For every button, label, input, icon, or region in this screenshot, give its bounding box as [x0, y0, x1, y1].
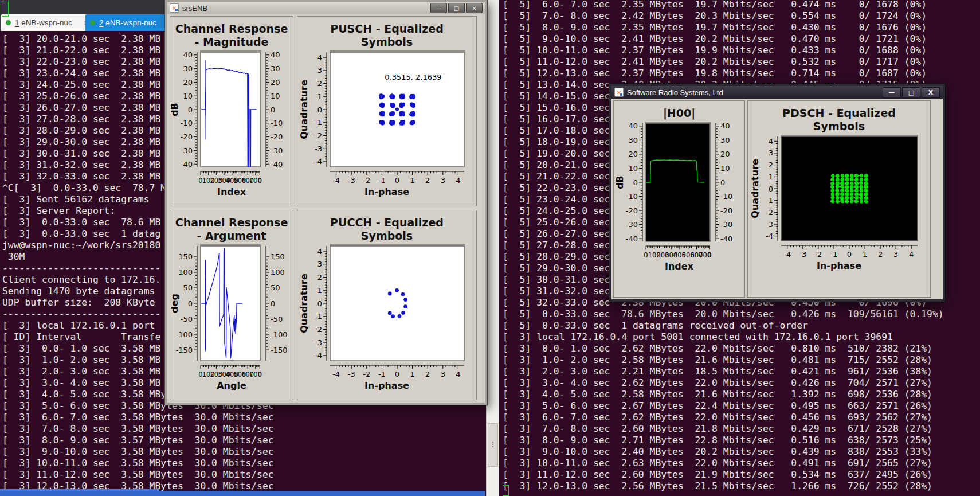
svg-text:4: 4: [456, 370, 460, 378]
svg-text:-10: -10: [720, 192, 732, 201]
svg-text:0.3515, 2.1639: 0.3515, 2.1639: [385, 72, 441, 81]
srs-logo-icon: ✕: [170, 3, 179, 13]
plot-title: Channel Response - Magnitude: [175, 22, 288, 49]
svg-text:10: 10: [720, 164, 730, 173]
left-terminal-scrollbar[interactable]: •••: [486, 0, 499, 496]
tab-activity-dot-icon: [6, 20, 11, 25]
svg-text:Quadrature: Quadrature: [300, 80, 309, 139]
desktop: 1 eNB-wspn-nuc × 2 eNB-wspn-nuc × [ 3] 2…: [0, 0, 980, 496]
svg-text:-2: -2: [766, 208, 773, 216]
pucch-equalized-symbols-plot: 43210-1-2-3-4-4-3-2-101234Quadrature: [300, 244, 473, 382]
svg-text:-30: -30: [271, 146, 283, 155]
scrollbar-grip-icon: •••: [488, 441, 497, 448]
svg-text:1: 1: [317, 286, 322, 294]
svg-text:-20: -20: [271, 132, 283, 141]
window-controls: — □ X: [883, 87, 940, 98]
svg-text:-1: -1: [766, 196, 773, 205]
svg-text:0: 0: [847, 250, 852, 259]
svg-text:-4: -4: [315, 351, 322, 360]
svg-text:-20: -20: [626, 206, 638, 214]
svg-text:-4: -4: [315, 157, 322, 166]
panel-channel-response-magnitude: Channel Response - Magnitude 403020100-1…: [170, 16, 293, 206]
svg-text:-4: -4: [332, 176, 340, 185]
svg-text:0: 0: [258, 177, 262, 185]
plot-title: Channel Response - Argument: [175, 216, 288, 243]
svg-text:-100: -100: [175, 330, 193, 338]
plot-title: PDSCH - Equalized Symbols: [782, 107, 896, 133]
plot-xlabel: In-phase: [364, 380, 409, 391]
minimize-button[interactable]: —: [430, 3, 447, 13]
svg-text:1: 1: [410, 176, 414, 185]
plot-xlabel: In-phase: [817, 260, 861, 271]
pusch-equalized-symbols-plot: 43210-1-2-3-4-4-3-2-1012340.3515, 2.1639…: [300, 50, 473, 189]
plot-title: PUSCH - Equalized Symbols: [330, 22, 444, 49]
close-button[interactable]: ×: [466, 3, 483, 13]
terminal-cursor: [503, 485, 509, 496]
minimize-button[interactable]: —: [883, 87, 901, 98]
svg-text:-3: -3: [348, 370, 355, 378]
svg-text:-1: -1: [830, 250, 837, 259]
panel-pdsch-equalized-symbols: PDSCH - Equalized Symbols 43210-1-2-3-4-…: [747, 100, 931, 298]
svg-text:-40: -40: [271, 159, 283, 168]
svg-text:2: 2: [317, 79, 322, 88]
svg-text:2: 2: [317, 273, 322, 282]
channel-response-magnitude-plot: 403020100-10-20-30-40403020100-10-20-30-…: [171, 50, 292, 189]
svg-text:2: 2: [878, 250, 883, 259]
maximize-button[interactable]: □: [902, 87, 920, 98]
tab-enb-wspn-nuc-1[interactable]: 1 eNB-wspn-nuc ×: [1, 14, 93, 31]
svg-text:0: 0: [188, 299, 193, 307]
tab-label: 2 eNB-wspn-nuc: [99, 18, 156, 27]
svg-text:150: 150: [178, 252, 193, 261]
plot-title: PUCCH - Equalized Symbols: [330, 216, 444, 243]
scrollbar-handle[interactable]: •••: [488, 423, 498, 467]
tab-enb-wspn-nuc-2[interactable]: 2 eNB-wspn-nuc ×: [85, 14, 176, 31]
svg-text:3: 3: [893, 250, 898, 259]
svg-text:-2: -2: [363, 370, 370, 378]
srs-client-area: |H00| 403020100-10-20-30-40403020100-10-…: [611, 99, 943, 299]
svg-text:3: 3: [317, 66, 322, 75]
maximize-button[interactable]: □: [448, 3, 465, 13]
svg-text:-3: -3: [799, 250, 806, 259]
svg-text:100: 100: [178, 268, 193, 276]
svg-text:30: 30: [271, 64, 280, 73]
svg-text:-3: -3: [315, 144, 322, 153]
svg-text:-40: -40: [181, 159, 193, 168]
panel-h00: |H00| 403020100-10-20-30-40403020100-10-…: [613, 100, 745, 298]
svg-text:4: 4: [317, 53, 322, 61]
srs-logo-icon: ✕: [614, 88, 624, 97]
svg-text:0: 0: [644, 251, 648, 259]
svg-text:30: 30: [720, 136, 730, 144]
svg-text:-4: -4: [332, 370, 340, 378]
svg-text:-4: -4: [783, 250, 791, 259]
plot-xlabel: Angle: [217, 380, 246, 391]
srsenb-window: ✕ srsENB — □ × Channel Response - Magnit…: [165, 0, 487, 405]
svg-text:0: 0: [633, 178, 638, 186]
bottom-blue-strip: [0, 491, 485, 496]
srsenb-titlebar[interactable]: ✕ srsENB — □ ×: [167, 2, 485, 14]
svg-text:0: 0: [395, 370, 399, 378]
svg-text:1: 1: [410, 370, 414, 378]
svg-text:-40: -40: [720, 234, 732, 243]
svg-text:4: 4: [909, 250, 914, 259]
svg-text:3: 3: [317, 260, 322, 268]
svg-text:-3: -3: [315, 338, 322, 346]
srs-titlebar[interactable]: ✕ Software Radio Systems, Ltd — □ X: [611, 86, 943, 99]
plot-xlabel: Index: [217, 186, 246, 197]
svg-text:-20: -20: [181, 132, 193, 141]
svg-text:150: 150: [271, 252, 285, 261]
svg-text:-10: -10: [626, 192, 638, 201]
close-button[interactable]: X: [922, 87, 940, 98]
svg-text:-10: -10: [181, 119, 193, 127]
svg-text:0: 0: [708, 251, 712, 259]
window-title: Software Radio Systems, Ltd: [627, 88, 723, 97]
svg-text:20: 20: [183, 77, 193, 86]
plot-xlabel: Index: [665, 261, 693, 272]
svg-text:-2: -2: [363, 176, 370, 185]
svg-text:-3: -3: [766, 220, 773, 228]
svg-text:2: 2: [425, 176, 430, 185]
svg-text:-30: -30: [720, 220, 732, 229]
svg-text:-1: -1: [315, 312, 322, 321]
svg-text:deg: deg: [171, 294, 180, 313]
svg-text:-150: -150: [175, 345, 193, 354]
plot-title: |H00|: [663, 107, 695, 120]
